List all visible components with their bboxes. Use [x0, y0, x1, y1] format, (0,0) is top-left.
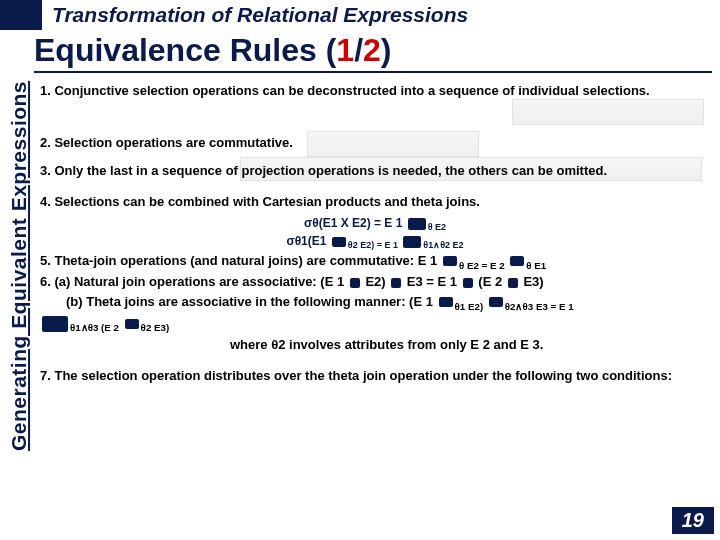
- rule-7: 7. The selection operation distributes o…: [40, 368, 710, 384]
- r6b-c: θ2∧θ3 E3 = E 1: [505, 300, 574, 311]
- join-icon: [489, 297, 503, 307]
- slide-body: 1. Conjunctive selection operations can …: [40, 80, 710, 536]
- join-icon: [42, 316, 68, 332]
- rule-2: 2. Selection operations are commutative.: [40, 131, 710, 157]
- r6a-d: (E 2: [475, 274, 502, 289]
- page-number: 19: [672, 507, 714, 534]
- r4f2-left: σθ1(E1: [286, 234, 326, 248]
- rule-4-formula-1: σθ(E1 X E2) = E 1 θ E2: [40, 216, 710, 232]
- join-icon: [125, 319, 139, 329]
- sidebar: Generating Equivalent Expressions: [2, 82, 36, 450]
- join-icon: [332, 237, 346, 247]
- formula-ghost-1: [512, 99, 704, 125]
- r6a-e: E3): [520, 274, 544, 289]
- rule-6b-line2: θ1∧θ3 (E 2 θ2 E3): [40, 315, 710, 334]
- join-icon: [508, 278, 518, 288]
- rule-6a: 6. (a) Natural join operations are assoc…: [40, 274, 710, 290]
- join-icon: [350, 278, 360, 288]
- rule-6b-line1: (b) Theta joins are associative in the f…: [66, 294, 710, 313]
- r4f1-right: θ E2: [428, 222, 446, 232]
- title-page-current: 1: [336, 32, 354, 68]
- header-accent-block: [0, 0, 42, 30]
- rule-4-formula-2: σθ1(E1 θ2 E2) = E 1 θ1∧θ2 E2: [40, 234, 710, 250]
- r6b2-a: θ1∧θ3 (E 2: [70, 322, 119, 333]
- rule-3-text: 3. Only the last in a sequence of projec…: [40, 163, 607, 178]
- r6b-b: θ1 E2): [455, 300, 484, 311]
- sidebar-label: Generating Equivalent Expressions: [7, 81, 31, 451]
- rule-1: 1. Conjunctive selection operations can …: [40, 83, 710, 125]
- join-icon: [463, 278, 473, 288]
- title-prefix: Equivalence Rules (: [34, 32, 336, 68]
- formula-ghost-2: [307, 131, 479, 157]
- r4f1-left: σθ(E1 X E2) = E 1: [304, 216, 402, 230]
- r6b-a: (b) Theta joins are associative in the f…: [66, 294, 433, 309]
- r4f2-right: θ1∧θ2 E2: [423, 241, 463, 251]
- rule-1-text: 1. Conjunctive selection operations can …: [40, 83, 650, 98]
- slide-title: Equivalence Rules (1/2): [34, 32, 712, 73]
- rule-4: 4. Selections can be combined with Carte…: [40, 194, 710, 210]
- rule-2-text: 2. Selection operations are commutative.: [40, 136, 293, 151]
- r4f2-mid: θ2 E2) = E 1: [348, 241, 398, 251]
- rule-5: 5. Theta-join operations (and natural jo…: [40, 253, 710, 272]
- join-icon: [391, 278, 401, 288]
- join-icon: [408, 218, 426, 230]
- r6a-a: 6. (a) Natural join operations are assoc…: [40, 274, 344, 289]
- r5-a: 5. Theta-join operations (and natural jo…: [40, 253, 437, 268]
- r6a-b: E2): [362, 274, 386, 289]
- join-icon: [443, 256, 457, 266]
- rule-6b-note: where θ2 involves attributes from only E…: [230, 337, 710, 352]
- rule-3: 3. Only the last in a sequence of projec…: [40, 163, 710, 179]
- join-icon: [403, 236, 421, 248]
- r5-c: θ E1: [526, 259, 546, 270]
- title-sep: /: [354, 32, 363, 68]
- r6b2-b: θ2 E3): [141, 322, 170, 333]
- join-icon: [510, 256, 524, 266]
- title-page-total: 2: [363, 32, 381, 68]
- r5-b: θ E2 = E 2: [459, 259, 505, 270]
- join-icon: [439, 297, 453, 307]
- header-title: Transformation of Relational Expressions: [42, 0, 720, 30]
- r6a-c: E3 = E 1: [403, 274, 457, 289]
- title-suffix: ): [381, 32, 392, 68]
